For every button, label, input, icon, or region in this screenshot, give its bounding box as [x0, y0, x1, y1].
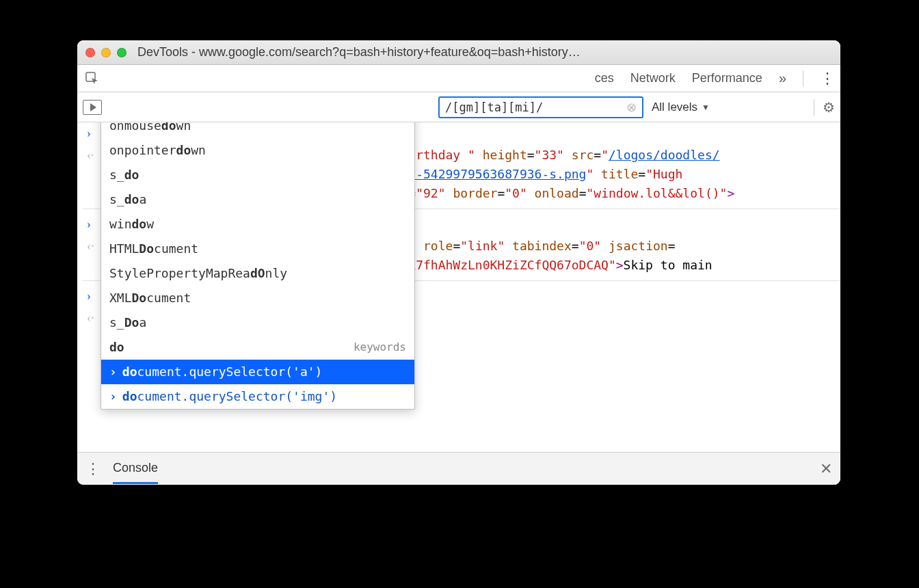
drawer-menu-icon[interactable]: ⋮ [85, 460, 101, 478]
tab-performance[interactable]: Performance [692, 71, 762, 85]
drawer-tabstrip: ⋮ Console ✕ [77, 452, 840, 485]
autocomplete-item[interactable]: s_doa [101, 187, 414, 212]
console-filter-input[interactable] [445, 101, 626, 114]
separator [814, 99, 814, 116]
window-title: DevTools - www.google.com/search?q=bash+… [137, 45, 581, 59]
autocomplete-item[interactable]: s_do [101, 163, 414, 187]
traffic-lights [85, 48, 126, 57]
autocomplete-item[interactable]: XMLDocument [101, 286, 414, 310]
console-output: onmousedownonpointerdowns_dos_doawindowH… [77, 122, 840, 452]
devtools-menu-icon[interactable]: ⋮ [820, 70, 835, 88]
autocomplete-item[interactable]: onmousedown [101, 122, 414, 138]
minimize-window-button[interactable] [101, 48, 111, 57]
chevron-down-icon: ▼ [702, 103, 710, 112]
drawer-tab-console[interactable]: Console [113, 461, 158, 484]
autocomplete-popup: onmousedownonpointerdowns_dos_doawindowH… [101, 122, 415, 410]
close-window-button[interactable] [85, 48, 95, 57]
tabs-overflow-icon[interactable]: » [779, 70, 786, 86]
autocomplete-item[interactable]: ›document.querySelector('img') [101, 384, 414, 409]
autocomplete-item[interactable]: dokeywords [101, 335, 414, 360]
zoom-window-button[interactable] [117, 48, 126, 57]
autocomplete-item[interactable]: onpointerdown [101, 138, 414, 163]
window-titlebar: DevTools - www.google.com/search?q=bash+… [77, 40, 840, 65]
inspect-element-icon[interactable] [83, 72, 102, 85]
autocomplete-item[interactable]: StylePropertyMapReadOnly [101, 261, 414, 286]
autocomplete-item[interactable]: s_Doa [101, 310, 414, 335]
tab-sources-partial[interactable]: ces [595, 71, 614, 85]
devtools-window: DevTools - www.google.com/search?q=bash+… [77, 40, 840, 485]
autocomplete-item[interactable]: window [101, 212, 414, 237]
console-filter-field[interactable]: ⊗ [438, 96, 643, 118]
autocomplete-item[interactable]: HTMLDocument [101, 237, 414, 261]
console-toolbar: ⊗ All levels ▼ ⚙ [77, 92, 840, 122]
console-settings-icon[interactable]: ⚙ [823, 99, 835, 116]
log-levels-label: All levels [652, 101, 697, 114]
clear-filter-icon[interactable]: ⊗ [626, 100, 637, 115]
execution-context-selector[interactable] [83, 100, 102, 115]
log-levels-selector[interactable]: All levels ▼ [652, 101, 710, 114]
tab-network[interactable]: Network [630, 71, 676, 85]
devtools-tabstrip: ces Network Performance » ⋮ [77, 65, 840, 92]
close-drawer-icon[interactable]: ✕ [820, 460, 832, 478]
separator [803, 70, 803, 87]
autocomplete-item[interactable]: ›document.querySelector('a') [101, 360, 414, 384]
